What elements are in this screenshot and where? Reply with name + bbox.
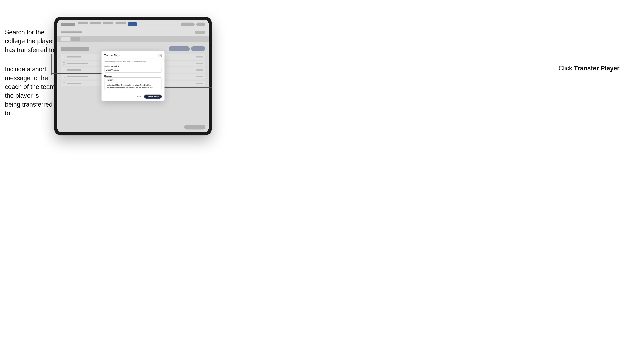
dialog-subtitle: Transfer the player and their profile to…: [104, 61, 162, 63]
annotation-left-top: Search for the college the player has tr…: [5, 28, 56, 118]
dialog-close-button[interactable]: ×: [158, 54, 162, 57]
message-label: Message: [104, 75, 112, 77]
annotation-search-text: Search for the college the player has tr…: [5, 28, 56, 54]
tablet-screen: Transfer Player × Transfer the player an…: [58, 20, 208, 132]
college-search-input[interactable]: [104, 68, 162, 72]
dialog-header: Transfer Player ×: [102, 51, 164, 59]
cancel-button[interactable]: Cancel: [134, 95, 143, 98]
dialog-title: Transfer Player: [104, 54, 121, 56]
transfer-player-button[interactable]: Transfer Player: [144, 95, 162, 99]
transfer-player-dialog: Transfer Player × Transfer the player an…: [102, 51, 164, 101]
message-textarea[interactable]: [104, 77, 162, 90]
annotation-click-text: Click Transfer Player: [558, 65, 620, 72]
modal-overlay: Transfer Player × Transfer the player an…: [58, 20, 208, 132]
annotation-message-text: Include a short message to the coach of …: [5, 65, 56, 118]
dialog-footer: Cancel Transfer Player: [102, 93, 164, 101]
annotation-right: Click Transfer Player: [558, 65, 620, 72]
search-for-college-label: Search for College: [104, 65, 120, 67]
tablet-frame: Transfer Player × Transfer the player an…: [54, 16, 212, 135]
dialog-body: Transfer the player and their profile to…: [102, 59, 164, 93]
